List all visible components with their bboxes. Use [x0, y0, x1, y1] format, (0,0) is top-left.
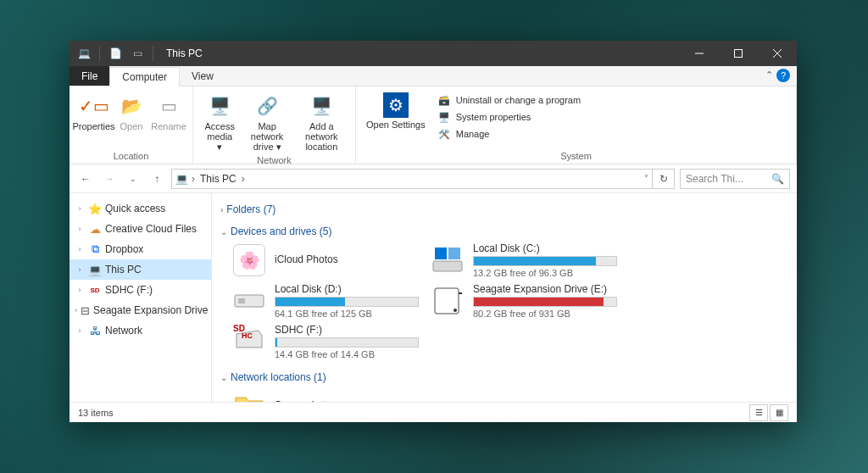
- chevron-right-icon[interactable]: ›: [75, 306, 77, 314]
- chevron-right-icon[interactable]: ›: [75, 326, 85, 335]
- details-view-button[interactable]: ☰: [749, 404, 768, 421]
- drive-stat: 64.1 GB free of 125 GB: [275, 309, 419, 319]
- drive-name: iCloud Photos: [275, 253, 419, 265]
- drive-stat: 80.2 GB free of 931 GB: [473, 309, 617, 319]
- sidebar-item-label: SDHC (F:): [105, 284, 153, 296]
- svg-point-10: [453, 309, 457, 312]
- chevron-down-icon: ⌄: [220, 227, 227, 236]
- pc-icon: 💻: [75, 44, 93, 63]
- chevron-right-icon[interactable]: ›: [75, 245, 85, 253]
- search-input[interactable]: Search Thi... 🔍: [680, 169, 790, 189]
- help-button[interactable]: ?: [776, 69, 790, 82]
- address-bar[interactable]: 💻 › This PC › ˅: [171, 169, 653, 189]
- open-button[interactable]: 📂Open: [113, 90, 150, 134]
- usage-bar: [473, 256, 617, 266]
- sidebar-item-quick-access[interactable]: ›⭐Quick access: [70, 198, 211, 219]
- sidebar-item-label: Network: [105, 325, 142, 337]
- nav-icon: 💻: [88, 263, 102, 276]
- qat-newfolder-icon[interactable]: ▭: [128, 44, 147, 63]
- content-pane[interactable]: ›Folders (7) ⌄Devices and drives (5) 🌸iC…: [212, 193, 797, 402]
- ribbon-collapse-icon[interactable]: ⌃: [765, 70, 773, 81]
- chevron-right-icon: ›: [220, 205, 223, 214]
- sidebar-item-label: This PC: [105, 264, 142, 275]
- nav-icon: ☁: [88, 222, 102, 236]
- uninstall-button[interactable]: 🗃️Uninstall or change a program: [437, 93, 581, 107]
- maximize-button[interactable]: [719, 41, 758, 66]
- ribbon: ✓▭Properties 📂Open ▭Rename Location 🖥️Ac…: [70, 86, 797, 164]
- svg-rect-1: [735, 50, 743, 58]
- ribbon-tabs: File Computer View ⌃ ?: [70, 66, 797, 86]
- drive-icon: [232, 284, 266, 318]
- sidebar-item-sdhc-f-[interactable]: ›SDSDHC (F:): [70, 280, 211, 300]
- crumb-sep-icon[interactable]: ›: [242, 173, 245, 185]
- icons-view-button[interactable]: ▦: [770, 404, 788, 421]
- crumb-sep-icon[interactable]: ›: [192, 173, 195, 185]
- window-title: This PC: [161, 47, 203, 59]
- rename-button[interactable]: ▭Rename: [150, 90, 187, 134]
- forward-button[interactable]: →: [100, 170, 119, 188]
- sidebar-item-dropbox[interactable]: ›⧉Dropbox: [70, 239, 211, 259]
- drive-item[interactable]: Local Disk (D:)64.1 GB free of 125 GB: [232, 283, 419, 319]
- drive-item[interactable]: SDHCSDHC (F:)14.4 GB free of 14.4 GB: [232, 324, 419, 359]
- drive-item[interactable]: Local Disk (C:)13.2 GB free of 96.3 GB: [431, 242, 617, 278]
- breadcrumb[interactable]: This PC: [198, 173, 238, 185]
- qat-properties-icon[interactable]: 📄: [106, 44, 125, 63]
- map-drive-button[interactable]: 🔗Map network drive ▾: [242, 90, 293, 155]
- chevron-right-icon[interactable]: ›: [75, 204, 85, 213]
- drive-name: SDHC (F:): [275, 324, 419, 336]
- close-button[interactable]: [758, 41, 797, 66]
- access-media-button[interactable]: 🖥️Access media ▾: [198, 90, 242, 155]
- add-location-icon: 🖥️: [308, 92, 335, 120]
- section-drives[interactable]: ⌄Devices and drives (5): [220, 220, 788, 242]
- svg-rect-4: [433, 261, 462, 271]
- drive-item[interactable]: Seagate Expansion Drive (E:)80.2 GB free…: [431, 283, 617, 319]
- back-button[interactable]: ←: [76, 170, 95, 188]
- sidebar-item-network[interactable]: ›🖧Network: [70, 320, 211, 341]
- nav-icon: ⭐: [88, 202, 102, 215]
- sidebar-item-label: Dropbox: [105, 243, 143, 255]
- tab-view[interactable]: View: [180, 66, 225, 86]
- section-folders[interactable]: ›Folders (7): [220, 198, 788, 220]
- add-location-button[interactable]: 🖥️Add a network location: [293, 90, 350, 154]
- window-controls: [680, 41, 797, 66]
- usage-bar: [473, 297, 617, 307]
- map-drive-icon: 🔗: [253, 92, 281, 120]
- status-bar: 13 items ☰ ▦: [70, 402, 797, 422]
- chevron-right-icon[interactable]: ›: [75, 286, 85, 294]
- uninstall-icon: 🗃️: [437, 93, 451, 107]
- up-button[interactable]: ↑: [147, 170, 166, 188]
- section-netloc[interactable]: ⌄Network locations (1): [220, 366, 788, 388]
- usage-bar: [275, 297, 419, 307]
- explorer-window: 💻 📄 ▭ This PC File Computer View ⌃ ? ✓▭P…: [70, 41, 797, 422]
- drive-name: Seagate Expansion Drive (E:): [473, 283, 617, 295]
- tab-file[interactable]: File: [70, 66, 109, 86]
- nav-icon: ⧉: [88, 242, 102, 256]
- manage-button[interactable]: 🛠️Manage: [437, 127, 581, 141]
- chevron-right-icon[interactable]: ›: [75, 265, 85, 274]
- minimize-button[interactable]: [680, 41, 719, 66]
- addr-history-dropdown[interactable]: ˅: [644, 174, 648, 183]
- sidebar-item-label: Creative Cloud Files: [105, 223, 197, 235]
- network-folder[interactable]: Screenshots: [220, 388, 788, 402]
- rename-icon: ▭: [155, 92, 182, 120]
- chevron-right-icon[interactable]: ›: [75, 225, 85, 233]
- drive-icon: SDHC: [232, 325, 266, 359]
- tab-computer[interactable]: Computer: [109, 67, 180, 86]
- titlebar[interactable]: 💻 📄 ▭ This PC: [70, 41, 797, 66]
- drive-stat: 14.4 GB free of 14.4 GB: [275, 349, 419, 359]
- svg-rect-8: [238, 298, 245, 303]
- sidebar-item-this-pc[interactable]: ›💻This PC: [70, 259, 211, 280]
- search-icon: 🔍: [771, 173, 784, 185]
- drive-icon: [431, 284, 465, 318]
- sysprops-button[interactable]: 🖥️System properties: [437, 110, 581, 124]
- properties-button[interactable]: ✓▭Properties: [75, 90, 113, 134]
- refresh-button[interactable]: ↻: [653, 169, 675, 189]
- sysprops-icon: 🖥️: [437, 110, 451, 124]
- manage-icon: 🛠️: [437, 127, 451, 141]
- recent-dropdown[interactable]: ⌄: [124, 170, 142, 188]
- qat: 💻 📄 ▭: [70, 44, 161, 63]
- sidebar-item-creative-cloud-files[interactable]: ›☁Creative Cloud Files: [70, 219, 211, 239]
- drive-item[interactable]: 🌸iCloud Photos: [232, 242, 419, 278]
- sidebar-item-seagate-expansion-drive-e-[interactable]: ›⊟Seagate Expansion Drive (E:): [70, 300, 211, 320]
- open-settings-button[interactable]: ⚙Open Settings: [361, 90, 431, 132]
